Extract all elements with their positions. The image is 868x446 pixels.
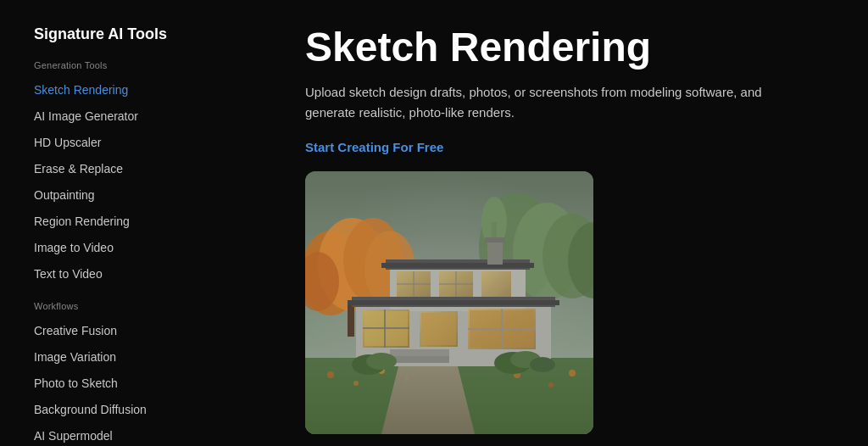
nav-item-image-variation[interactable]: Image Variation	[34, 344, 246, 371]
nav-item-ai-image-generator[interactable]: AI Image Generator	[34, 103, 246, 130]
workflows-section: Workflows Creative Fusion Image Variatio…	[34, 301, 246, 446]
nav-item-background-diffusion[interactable]: Background Diffusion	[34, 397, 246, 423]
nav-item-creative-fusion[interactable]: Creative Fusion	[34, 318, 246, 344]
page-title: Sketch Rendering	[305, 25, 834, 70]
nav-item-region-rendering[interactable]: Region Rendering	[34, 209, 246, 235]
nav-item-sketch-rendering[interactable]: Sketch Rendering	[34, 77, 246, 103]
nav-item-image-to-video[interactable]: Image to Video	[34, 235, 246, 261]
generation-tools-section: Generation Tools Sketch Rendering AI Ima…	[34, 60, 246, 287]
start-creating-link[interactable]: Start Creating For Free	[305, 140, 443, 154]
nav-item-ai-supermodel[interactable]: AI Supermodel	[34, 423, 246, 446]
render-image	[305, 171, 593, 434]
nav-item-photo-to-sketch[interactable]: Photo to Sketch	[34, 371, 246, 397]
workflows-label: Workflows	[34, 301, 246, 311]
main-content: Sketch Rendering Upload sketch design dr…	[271, 0, 868, 446]
sidebar-title: Signature AI Tools	[34, 25, 246, 43]
page-description: Upload sketch design drafts, photos, or …	[305, 82, 780, 123]
nav-item-erase-replace[interactable]: Erase & Replace	[34, 156, 246, 182]
nav-item-outpainting[interactable]: Outpainting	[34, 182, 246, 209]
svg-rect-58	[305, 171, 593, 434]
nav-item-hd-upscaler[interactable]: HD Upscaler	[34, 130, 246, 156]
generation-tools-label: Generation Tools	[34, 60, 246, 70]
nav-item-text-to-video[interactable]: Text to Video	[34, 261, 246, 287]
sidebar: Signature AI Tools Generation Tools Sket…	[0, 0, 271, 446]
house-render-svg	[305, 171, 593, 434]
